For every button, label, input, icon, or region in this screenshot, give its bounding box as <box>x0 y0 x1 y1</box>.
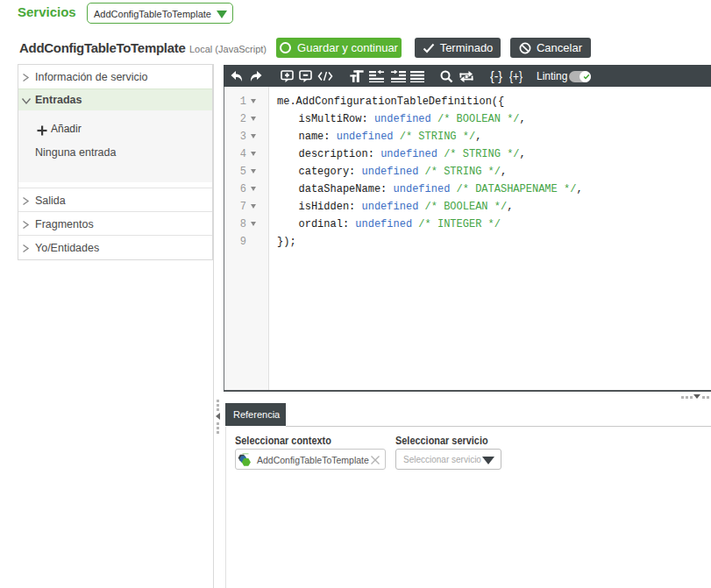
svg-text:{-}: {-} <box>490 69 502 83</box>
svg-text:{+}: {+} <box>509 69 523 83</box>
